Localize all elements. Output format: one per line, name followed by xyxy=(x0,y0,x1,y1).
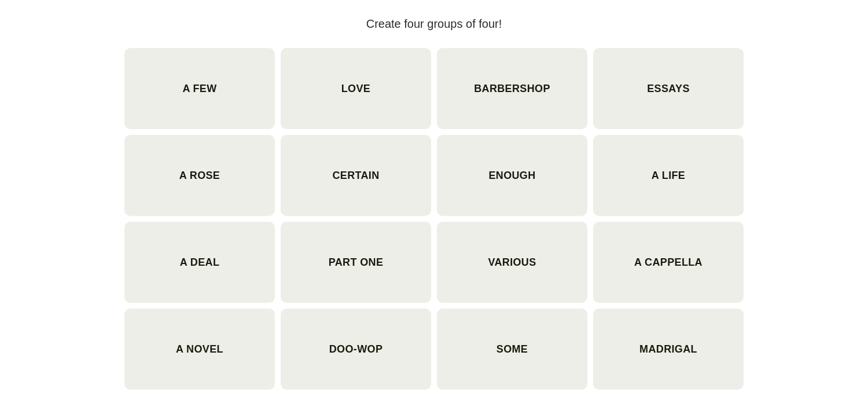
tile-label-love: LOVE xyxy=(341,83,370,95)
tile-part-one[interactable]: PART ONE xyxy=(281,222,431,303)
tile-some[interactable]: SOME xyxy=(437,309,587,390)
tile-label-certain: CERTAIN xyxy=(332,170,379,182)
tile-label-doo-wop: DOO-WOP xyxy=(329,343,383,355)
tile-label-part-one: PART ONE xyxy=(329,256,384,269)
tile-barbershop[interactable]: BARBERSHOP xyxy=(437,48,587,129)
tile-label-a-rose: A ROSE xyxy=(179,170,220,182)
page-subtitle: Create four groups of four! xyxy=(366,17,502,31)
tile-doo-wop[interactable]: DOO-WOP xyxy=(281,309,431,390)
tile-label-a-few: A FEW xyxy=(182,83,216,95)
tile-love[interactable]: LOVE xyxy=(281,48,431,129)
tile-label-a-cappella: A CAPPELLA xyxy=(634,256,703,269)
tile-label-various: VARIOUS xyxy=(488,256,536,269)
tile-a-rose[interactable]: A ROSE xyxy=(124,135,275,216)
tile-label-a-deal: A DEAL xyxy=(180,256,220,269)
tile-a-few[interactable]: A FEW xyxy=(124,48,275,129)
tile-madrigal[interactable]: MADRIGAL xyxy=(593,309,744,390)
tile-label-a-novel: A NOVEL xyxy=(176,343,223,355)
tile-label-a-life: A LIFE xyxy=(652,170,686,182)
tile-a-life[interactable]: A LIFE xyxy=(593,135,744,216)
tile-enough[interactable]: ENOUGH xyxy=(437,135,587,216)
tile-label-madrigal: MADRIGAL xyxy=(639,343,697,355)
tile-label-some: SOME xyxy=(496,343,528,355)
tile-a-cappella[interactable]: A CAPPELLA xyxy=(593,222,744,303)
tile-a-deal[interactable]: A DEAL xyxy=(124,222,275,303)
tile-certain[interactable]: CERTAIN xyxy=(281,135,431,216)
word-grid: A FEWLOVEBARBERSHOPESSAYSA ROSECERTAINEN… xyxy=(124,48,744,390)
tile-a-novel[interactable]: A NOVEL xyxy=(124,309,275,390)
tile-various[interactable]: VARIOUS xyxy=(437,222,587,303)
tile-label-enough: ENOUGH xyxy=(488,170,535,182)
tile-label-essays: ESSAYS xyxy=(647,83,690,95)
tile-label-barbershop: BARBERSHOP xyxy=(474,83,550,95)
tile-essays[interactable]: ESSAYS xyxy=(593,48,744,129)
